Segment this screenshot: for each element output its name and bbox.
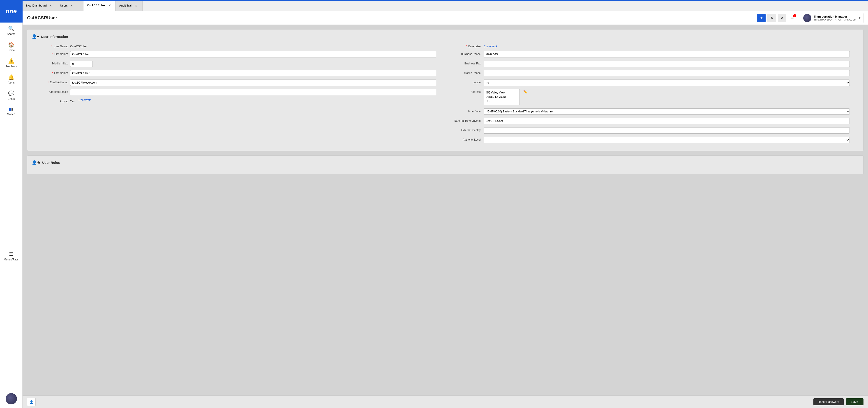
save-button[interactable]: Save — [846, 398, 864, 405]
refresh-button[interactable]: ↻ — [767, 14, 776, 22]
top-bar: CstACSRUser ★ ↻ ✕ ☰ 1 Transportation Man… — [23, 11, 868, 25]
address-line2: Dallas, TX 75056 — [486, 95, 506, 98]
search-icon: 🔍 — [8, 26, 14, 32]
bottom-bar: 👤 Reset Password Save — [23, 396, 868, 408]
deactivate-button[interactable]: Deactivate — [79, 98, 92, 102]
page-title: CstACSRUser — [27, 15, 757, 21]
external-identity-input[interactable] — [484, 127, 850, 134]
timezone-select[interactable]: (GMT-05:00) Eastern Standard Time (Ameri… — [484, 108, 850, 115]
address-line1: 455 Valley View — [486, 91, 505, 94]
tab-users[interactable]: Users ✕ — [56, 0, 84, 11]
email-address-label: * Email Address: — [32, 79, 68, 84]
menu-icon: ☰ — [9, 251, 13, 257]
address-edit-icon[interactable]: ✏️ — [523, 90, 527, 94]
middle-initial-input[interactable] — [70, 61, 93, 67]
user-information-card: 👤+ User Information * User Name: CstACSR… — [27, 29, 864, 151]
svg-rect-0 — [9, 108, 11, 111]
enterprise-row: * Enterprise: CustomerA — [445, 43, 850, 48]
sidebar-item-chats[interactable]: 💬 Chats — [0, 88, 22, 104]
tab-close-users[interactable]: ✕ — [69, 4, 73, 8]
tab-close-audit-trail[interactable]: ✕ — [134, 4, 138, 8]
address-line3: US — [486, 100, 490, 103]
last-name-label: * Last Name: — [32, 70, 68, 75]
locale-row: Locale: ru — [445, 79, 850, 86]
address-row: Address: 455 Valley View Dallas, TX 7505… — [445, 89, 850, 105]
user-information-header: 👤+ User Information — [32, 34, 859, 39]
user-info-icon: 👤+ — [32, 34, 39, 39]
alternate-email-row: Alternate Email: — [32, 89, 436, 95]
user-roles-icon: 👤★ — [32, 160, 40, 165]
authority-level-select[interactable] — [484, 137, 850, 143]
business-phone-input[interactable] — [484, 51, 850, 58]
user-information-grid: * User Name: CstACSRUser * First Name: — [32, 43, 859, 146]
sidebar-item-search[interactable]: 🔍 Search — [0, 23, 22, 39]
last-name-input[interactable] — [70, 70, 436, 76]
email-address-row: * Email Address: — [32, 79, 436, 86]
business-phone-label: Business Phone: — [445, 51, 482, 56]
notification-badge: 1 — [793, 14, 796, 18]
user-roles-title: User Roles — [42, 161, 60, 165]
enterprise-value[interactable]: CustomerA — [484, 43, 497, 48]
active-row: Active: Yes Deactivate — [32, 98, 436, 103]
user-role: TMS.TRANSPORTATION_MANAGER — [814, 18, 856, 21]
user-information-title: User Information — [41, 35, 68, 38]
business-fax-label: Business Fax: — [445, 61, 482, 65]
business-fax-row: Business Fax: — [445, 61, 850, 67]
progress-fill — [23, 0, 868, 1]
user-info: Transportation Manager TMS.TRANSPORTATIO… — [814, 15, 856, 21]
sidebar-item-alerts[interactable]: 🔔 Alerts — [0, 71, 22, 88]
mobile-phone-input[interactable] — [484, 70, 850, 76]
svg-text:⇄: ⇄ — [12, 109, 13, 111]
sidebar-item-switch[interactable]: ⇄ Switch — [0, 104, 22, 119]
external-ref-label: External Reference Id: — [445, 118, 482, 122]
sidebar-item-menus[interactable]: ☰ Menus/Favs — [0, 248, 22, 264]
user-name-label: * User Name: — [32, 43, 68, 48]
first-name-row: * First Name: — [32, 51, 436, 58]
middle-initial-label: Middle Initial: — [32, 61, 68, 65]
address-box: 455 Valley View Dallas, TX 75056 US — [484, 89, 520, 105]
avatar-image — [6, 393, 17, 404]
external-ref-input[interactable] — [484, 118, 850, 124]
tab-audit-trail[interactable]: Audit Trail ✕ — [116, 0, 143, 11]
menu-button[interactable]: ☰ 1 — [788, 14, 797, 22]
alternate-email-input[interactable] — [70, 89, 436, 95]
external-identity-row: External Identity: — [445, 127, 850, 134]
favorite-button[interactable]: ★ — [757, 14, 766, 22]
top-bar-actions: ★ ↻ ✕ ☰ 1 Transportation Manager TMS.TRA… — [757, 13, 864, 23]
business-fax-input[interactable] — [484, 61, 850, 67]
enterprise-label: * Enterprise: — [445, 43, 482, 48]
timezone-row: Time Zone: (GMT-05:00) Eastern Standard … — [445, 108, 850, 115]
progress-bar — [23, 0, 868, 1]
sidebar: one 🔍 Search 🏠 Home ⚠️ Problems 🔔 Alerts… — [0, 0, 23, 408]
form-right-col: * Enterprise: CustomerA Business Phone: … — [445, 43, 859, 146]
email-address-input[interactable] — [70, 79, 436, 86]
form-left-col: * User Name: CstACSRUser * First Name: — [32, 43, 445, 146]
close-button[interactable]: ✕ — [778, 14, 786, 22]
reset-password-button[interactable]: Reset Password — [813, 398, 844, 405]
switch-icon: ⇄ — [9, 107, 14, 112]
sidebar-item-home[interactable]: 🏠 Home — [0, 39, 22, 55]
mobile-phone-label: Mobile Phone: — [445, 70, 482, 75]
user-profile[interactable]: Transportation Manager TMS.TRANSPORTATIO… — [801, 13, 864, 23]
locale-select[interactable]: ru — [484, 79, 850, 86]
tab-close-neo-dashboard[interactable]: ✕ — [49, 4, 53, 8]
sidebar-item-problems[interactable]: ⚠️ Problems — [0, 55, 22, 71]
user-name: Transportation Manager — [814, 15, 856, 18]
external-ref-row: External Reference Id: — [445, 118, 850, 124]
tab-cst-acsr-user[interactable]: CstACSRUser ✕ — [84, 0, 116, 11]
app-logo[interactable]: one — [0, 0, 23, 23]
active-value: Yes — [70, 98, 75, 103]
first-name-input[interactable] — [70, 51, 436, 58]
sidebar-avatar[interactable] — [6, 393, 17, 404]
bottom-icon-button[interactable]: 👤 — [27, 398, 36, 406]
user-name-row: * User Name: CstACSRUser — [32, 43, 436, 48]
business-phone-row: Business Phone: — [445, 51, 850, 58]
first-name-label: * First Name: — [32, 51, 68, 56]
tab-neo-dashboard[interactable]: Neo Dashboard ✕ — [23, 0, 56, 11]
warning-icon: ⚠️ — [8, 58, 14, 64]
user-name-value: CstACSRUser — [70, 43, 88, 48]
user-small-icon: 👤 — [30, 400, 33, 404]
main-area: Neo Dashboard ✕ Users ✕ CstACSRUser ✕ Au… — [23, 0, 868, 408]
authority-level-row: Authority Level: — [445, 137, 850, 143]
tab-close-cst-acsr-user[interactable]: ✕ — [107, 3, 112, 7]
